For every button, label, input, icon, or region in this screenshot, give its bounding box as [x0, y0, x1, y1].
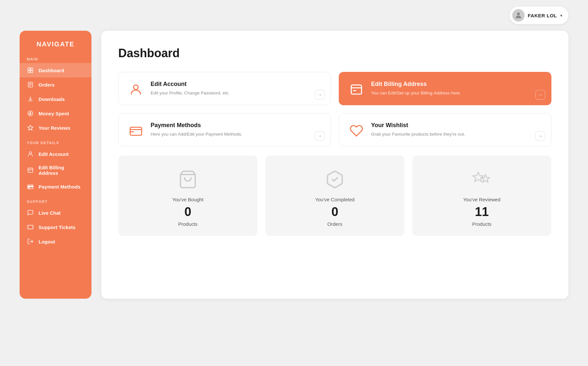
- bought-label: You've Bought: [172, 197, 204, 202]
- sidebar-item-support-tickets-label: Support Tickets: [39, 225, 75, 230]
- card-edit-billing[interactable]: Edit Billing Address You can Edit/Set up…: [339, 72, 551, 105]
- sidebar-item-edit-account[interactable]: Edit Account: [20, 147, 91, 161]
- sidebar-item-reviews-label: Your Reviews: [39, 125, 70, 131]
- top-cards-grid: Edit Account Edit your Profile, Change P…: [118, 72, 551, 146]
- sidebar-item-dashboard-label: Dashboard: [39, 68, 64, 73]
- sidebar-item-edit-billing-label: Edit Billing Address: [39, 165, 84, 176]
- reviewed-label: You've Reviewed: [463, 197, 500, 202]
- card-edit-billing-title: Edit Billing Address: [371, 81, 543, 88]
- billing-icon: [27, 167, 34, 174]
- tickets-icon: [27, 224, 34, 231]
- sidebar-item-dashboard[interactable]: Dashboard: [20, 63, 91, 77]
- sidebar-item-logout-label: Logout: [39, 239, 55, 244]
- card-edit-billing-arrow[interactable]: →: [535, 90, 545, 100]
- orders-icon: [27, 81, 34, 88]
- card-payment-body: Payment Methods Here you can Add/Edit yo…: [151, 122, 322, 138]
- chevron-down-icon: ▾: [560, 13, 563, 18]
- card-edit-account-arrow[interactable]: →: [315, 90, 325, 100]
- stats-grid: You've Bought 0 Products You've Complete…: [118, 156, 551, 236]
- sidebar-item-downloads[interactable]: Downloads: [20, 92, 91, 106]
- chat-icon: [27, 209, 34, 216]
- card-payment-methods[interactable]: Payment Methods Here you can Add/Edit yo…: [118, 113, 331, 146]
- sidebar-item-money-label: Money Spent: [39, 111, 69, 116]
- sidebar-item-payment-methods[interactable]: Payment Methods: [20, 179, 91, 194]
- sidebar-item-live-chat-label: Live Chat: [39, 210, 61, 216]
- content-area: Dashboard Edit Account Edit your Profile…: [101, 31, 568, 299]
- sidebar-item-edit-billing[interactable]: Edit Billing Address: [20, 161, 91, 179]
- sidebar-section-main: MAIN: [20, 57, 91, 61]
- payment-icon: [27, 183, 34, 190]
- svg-point-0: [517, 12, 520, 15]
- sidebar: NAVIGATE MAIN Dashboard Orders Downloads: [20, 31, 91, 299]
- cart-icon: [176, 168, 199, 191]
- stat-reviewed: You've Reviewed 11 Products: [412, 156, 551, 236]
- card-wishlist-arrow[interactable]: →: [535, 131, 545, 141]
- sidebar-item-logout[interactable]: Logout: [20, 234, 91, 249]
- sidebar-item-downloads-label: Downloads: [39, 96, 65, 102]
- avatar: [512, 9, 525, 22]
- card-wishlist-title: Your Wishlist: [371, 122, 543, 129]
- header: FAKER LOL ▾: [0, 0, 588, 31]
- edit-account-icon: [127, 81, 145, 98]
- svg-rect-3: [28, 71, 30, 73]
- card-edit-account-body: Edit Account Edit your Profile, Change P…: [151, 81, 322, 96]
- reviews-icon: [27, 124, 34, 131]
- stat-bought: You've Bought 0 Products: [118, 156, 257, 236]
- user-menu[interactable]: FAKER LOL ▾: [510, 7, 569, 24]
- card-edit-account-title: Edit Account: [151, 81, 322, 88]
- money-icon: [27, 110, 34, 117]
- card-edit-billing-desc: You can Edit/Set up your Billing Address…: [371, 90, 543, 96]
- svg-rect-24: [130, 127, 142, 136]
- card-payment-title: Payment Methods: [151, 122, 322, 129]
- edit-billing-icon: [348, 81, 365, 98]
- svg-point-12: [29, 152, 32, 154]
- sidebar-item-money-spent[interactable]: Money Spent: [20, 106, 91, 121]
- completed-sublabel: Orders: [327, 221, 342, 227]
- svg-rect-21: [351, 85, 362, 94]
- wishlist-icon: [348, 122, 365, 140]
- sidebar-item-support-tickets[interactable]: Support Tickets: [20, 220, 91, 234]
- svg-marker-28: [473, 172, 484, 182]
- card-edit-billing-body: Edit Billing Address You can Edit/Set up…: [371, 81, 543, 96]
- downloads-icon: [27, 95, 34, 103]
- sidebar-section-support: SUPPORT: [20, 200, 91, 204]
- logout-icon: [27, 238, 34, 245]
- stars-icon: [470, 168, 493, 191]
- bought-value: 0: [184, 206, 191, 218]
- sidebar-item-edit-account-label: Edit Account: [39, 151, 69, 157]
- card-edit-account-desc: Edit your Profile, Change Password, etc.: [151, 90, 322, 96]
- card-payment-desc: Here you can Add/Edit your Payment Metho…: [151, 131, 322, 138]
- page-title: Dashboard: [118, 46, 551, 60]
- svg-marker-11: [28, 125, 33, 130]
- bought-sublabel: Products: [178, 221, 197, 227]
- svg-rect-18: [28, 188, 29, 188]
- svg-rect-17: [28, 186, 33, 187]
- card-payment-arrow[interactable]: →: [315, 131, 325, 141]
- completed-label: You've Completed: [315, 197, 355, 202]
- dashboard-icon: [27, 67, 34, 74]
- svg-rect-1: [28, 68, 30, 70]
- sidebar-title: NAVIGATE: [20, 41, 91, 48]
- reviewed-value: 11: [475, 206, 489, 218]
- reviewed-sublabel: Products: [472, 221, 491, 227]
- svg-rect-4: [31, 71, 33, 73]
- sidebar-item-orders-label: Orders: [39, 82, 55, 88]
- svg-point-20: [134, 85, 138, 90]
- card-edit-account[interactable]: Edit Account Edit your Profile, Change P…: [118, 72, 331, 105]
- completed-value: 0: [331, 206, 338, 218]
- user-icon: [27, 150, 34, 158]
- sidebar-item-live-chat[interactable]: Live Chat: [20, 206, 91, 220]
- svg-rect-2: [31, 68, 33, 70]
- payment-methods-icon: [127, 122, 145, 140]
- sidebar-section-details: YOUR DETAILS: [20, 141, 91, 145]
- svg-rect-13: [28, 168, 33, 172]
- main-layout: NAVIGATE MAIN Dashboard Orders Downloads: [0, 31, 588, 318]
- card-wishlist[interactable]: Your Wishlist Grab your Favourite produc…: [339, 113, 551, 146]
- card-wishlist-body: Your Wishlist Grab your Favourite produc…: [371, 122, 543, 138]
- sidebar-item-your-reviews[interactable]: Your Reviews: [20, 121, 91, 135]
- box-icon: [323, 168, 346, 191]
- stat-completed: You've Completed 0 Orders: [265, 156, 404, 236]
- sidebar-item-orders[interactable]: Orders: [20, 77, 91, 92]
- user-name: FAKER LOL: [528, 13, 557, 18]
- sidebar-item-payment-label: Payment Methods: [39, 184, 80, 190]
